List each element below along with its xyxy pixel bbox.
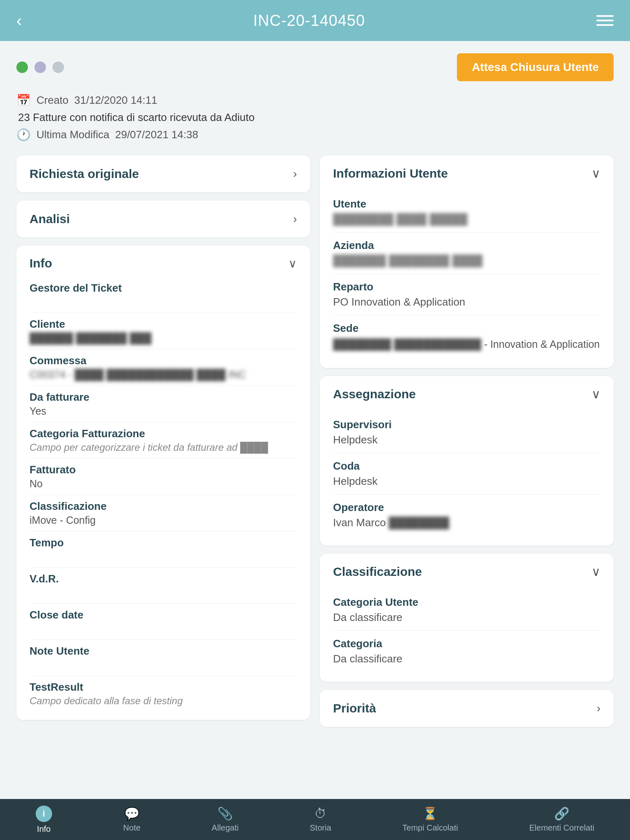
assegnazione-header[interactable]: Assegnazione ∨ [320,376,614,412]
nav-icon-4: ⏳ [422,806,438,821]
info-field-3: Da fatturareYes [30,386,297,422]
priorita-header[interactable]: Priorità › [320,690,614,727]
assegnazione-field-1: CodaHelpdesk [333,453,600,495]
nav-label-3: Storia [310,823,331,833]
modified-label: Ultima Modifica [37,128,110,141]
assegnazione-label-2: Operatore [333,501,600,514]
info-utente-value-2: PO Innovation & Application [333,296,600,308]
info-field-9: Close date [30,604,297,640]
info-utente-field-1: Azienda███████ ████████ ████ [333,233,600,274]
info-utente-field-3: Sede████████ ████████████ - Innovation &… [333,315,600,358]
info-card: Info ∨ Gestore del TicketCliente██████ █… [16,246,310,720]
info-field-value-8 [30,587,297,598]
richiesta-title: Richiesta originale [30,167,139,181]
info-field-value-3: Yes [30,405,297,417]
back-button[interactable]: ‹ [16,11,22,30]
main-content: Attesa Chiusura Utente 📅 Creato 31/12/20… [0,41,630,799]
info-field-value-2: C00374 - ████ ████████████ ████ INC [30,369,297,381]
classificazione-card: Classificazione ∨ Categoria UtenteDa cla… [320,554,614,682]
nav-item-tempi-calcolati[interactable]: ⏳Tempi Calcolati [402,806,458,833]
right-column: Informazioni Utente ∨ Utente████████ ███… [320,155,614,787]
two-col-layout: Richiesta originale › Analisi › Info ∨ G… [16,155,614,787]
info-utente-label-3: Sede [333,322,600,335]
nav-label-4: Tempi Calcolati [402,823,458,833]
info-field-value-5: No [30,478,297,490]
info-field-value-9 [30,623,297,635]
classificazione-body: Categoria UtenteDa classificareCategoria… [320,589,614,682]
info-field-label-9: Close date [30,609,297,621]
modified-row: 🕐 Ultima Modifica 29/07/2021 14:38 [16,128,614,142]
assegnazione-chevron-icon: ∨ [591,387,600,401]
nav-item-storia[interactable]: ⏱Storia [310,807,331,833]
informazioni-utente-body: Utente████████ ████ █████Azienda███████ … [320,191,614,368]
info-field-label-5: Fatturato [30,463,297,476]
info-field-label-11: TestResult [30,681,297,694]
info-circle-icon: i [36,806,52,822]
info-card-header[interactable]: Info ∨ [16,246,310,277]
info-field-label-7: Tempo [30,536,297,549]
assegnazione-field-0: SupervisoriHelpdesk [333,412,600,453]
informazioni-utente-card: Informazioni Utente ∨ Utente████████ ███… [320,155,614,368]
dot-gray [52,62,64,73]
left-column: Richiesta originale › Analisi › Info ∨ G… [16,155,310,787]
info-field-label-10: Note Utente [30,645,297,657]
assegnazione-label-0: Supervisori [333,418,600,431]
info-field-label-8: V.d.R. [30,573,297,585]
nav-label-1: Note [123,823,140,833]
assegnazione-value-1: Helpdesk [333,475,600,488]
nav-item-info[interactable]: iInfo [36,806,52,834]
nav-item-elementi-correlati[interactable]: 🔗Elementi Correlati [529,806,594,833]
nav-item-allegati[interactable]: 📎Allegati [212,806,239,833]
info-field-6: ClassificazioneiMove - Config [30,495,297,532]
classificazione-field-1: CategoriaDa classificare [333,631,600,672]
analisi-card: Analisi › [16,201,310,237]
priorita-chevron-icon: › [597,702,600,715]
info-utente-label-2: Reparto [333,281,600,293]
info-field-value-6: iMove - Config [30,514,297,526]
status-button[interactable]: Attesa Chiusura Utente [457,53,614,81]
analisi-chevron-icon: › [293,212,297,226]
classificazione-title: Classificazione [333,565,422,579]
bottom-nav: iInfo💬Note📎Allegati⏱Storia⏳Tempi Calcola… [0,799,630,840]
info-field-label-3: Da fatturare [30,391,297,404]
info-field-0: Gestore del Ticket [30,277,297,313]
info-field-7: Tempo [30,532,297,568]
info-field-value-7 [30,551,297,562]
clock-icon: 🕐 [16,128,31,142]
nav-icon-5: 🔗 [554,806,569,821]
analisi-header[interactable]: Analisi › [16,201,310,237]
informazioni-utente-header[interactable]: Informazioni Utente ∨ [320,155,614,191]
nav-label-5: Elementi Correlati [529,823,594,833]
info-title: Info [30,256,52,270]
classificazione-label-0: Categoria Utente [333,596,600,609]
info-field-10: Note Utente [30,640,297,676]
classificazione-field-0: Categoria UtenteDa classificare [333,589,600,631]
richiesta-chevron-icon: › [293,167,297,180]
nav-label-2: Allegati [212,823,239,833]
assegnazione-title: Assegnazione [333,387,416,401]
info-field-5: FatturatoNo [30,459,297,495]
assegnazione-value-0: Helpdesk [333,434,600,446]
analisi-title: Analisi [30,212,70,226]
nav-item-note[interactable]: 💬Note [123,806,140,833]
menu-button[interactable] [596,15,614,26]
nav-icon-1: 💬 [124,806,139,821]
classificazione-header[interactable]: Classificazione ∨ [320,554,614,589]
richiesta-header[interactable]: Richiesta originale › [16,155,310,192]
classificazione-label-1: Categoria [333,637,600,650]
info-utente-label-0: Utente [333,198,600,210]
info-utente-value-1: ███████ ████████ ████ [333,254,600,267]
header: ‹ INC-20-140450 [0,0,630,41]
created-label: Creato [37,94,68,107]
info-field-value-4: Campo per categorizzare i ticket da fatt… [30,442,297,453]
info-field-value-11: Campo dedicato alla fase di testing [30,695,297,707]
classificazione-value-0: Da classificare [333,611,600,624]
richiesta-card: Richiesta originale › [16,155,310,192]
info-field-8: V.d.R. [30,568,297,604]
info-field-label-0: Gestore del Ticket [30,282,297,294]
info-field-4: Categoria FatturazioneCampo per categori… [30,422,297,459]
description: 23 Fatture con notifica di scarto ricevu… [16,111,614,124]
info-utente-field-2: RepartoPO Innovation & Application [333,274,600,315]
nav-icon-3: ⏱ [314,807,326,821]
assegnazione-label-1: Coda [333,460,600,472]
